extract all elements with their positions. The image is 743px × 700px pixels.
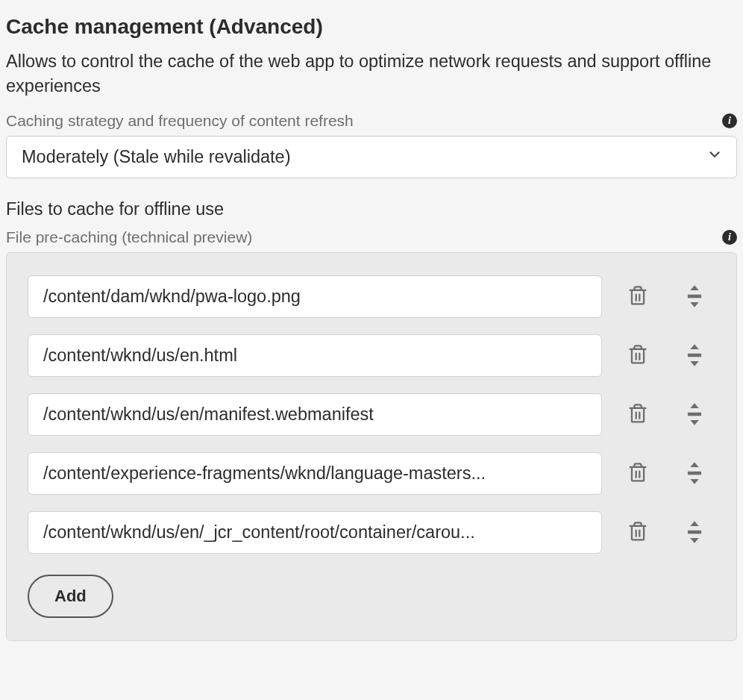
- precache-heading: Files to cache for offline use: [6, 199, 737, 219]
- add-button[interactable]: Add: [28, 575, 113, 618]
- delete-button[interactable]: [617, 400, 659, 428]
- reorder-icon: [684, 460, 705, 486]
- reorder-icon: [684, 519, 705, 545]
- delete-button[interactable]: [617, 459, 659, 487]
- chevron-down-icon: [706, 146, 723, 167]
- list-item: [28, 334, 715, 377]
- svg-rect-0: [632, 290, 644, 304]
- precache-list-container: Add: [6, 252, 737, 641]
- svg-rect-10: [688, 354, 701, 357]
- reorder-button[interactable]: [674, 341, 715, 369]
- svg-rect-28: [688, 531, 701, 534]
- section-description: Allows to control the cache of the web a…: [6, 49, 737, 99]
- trash-icon: [627, 521, 648, 543]
- delete-button[interactable]: [617, 341, 659, 369]
- list-item: [28, 452, 715, 495]
- list-item: [28, 511, 715, 554]
- file-path-input[interactable]: [28, 275, 602, 318]
- file-path-input[interactable]: [28, 334, 602, 377]
- strategy-label: Caching strategy and frequency of conten…: [6, 112, 354, 130]
- svg-marker-29: [690, 538, 698, 543]
- svg-marker-15: [690, 404, 698, 409]
- svg-marker-27: [690, 522, 698, 527]
- file-path-input[interactable]: [28, 511, 602, 554]
- svg-rect-6: [632, 349, 644, 363]
- svg-rect-18: [632, 467, 644, 481]
- file-path-input[interactable]: [28, 452, 602, 495]
- svg-marker-5: [690, 302, 698, 307]
- precache-label: File pre-caching (technical preview): [6, 228, 252, 246]
- reorder-icon: [684, 284, 705, 309]
- trash-icon: [627, 285, 648, 307]
- info-icon[interactable]: i: [722, 230, 737, 245]
- file-path-input[interactable]: [28, 393, 602, 436]
- svg-rect-4: [688, 295, 701, 299]
- list-item: [28, 275, 715, 318]
- strategy-label-row: Caching strategy and frequency of conten…: [6, 112, 737, 130]
- delete-button[interactable]: [617, 518, 659, 546]
- reorder-button[interactable]: [674, 459, 715, 487]
- reorder-icon: [684, 343, 705, 368]
- trash-icon: [627, 403, 648, 425]
- reorder-button[interactable]: [674, 282, 715, 310]
- svg-marker-17: [690, 420, 698, 425]
- trash-icon: [627, 462, 648, 484]
- delete-button[interactable]: [617, 282, 659, 310]
- svg-marker-3: [690, 286, 698, 291]
- svg-marker-11: [690, 361, 698, 366]
- svg-rect-12: [632, 408, 644, 422]
- strategy-select[interactable]: Moderately (Stale while revalidate): [6, 136, 737, 178]
- svg-marker-9: [690, 345, 698, 350]
- section-title: Cache management (Advanced): [6, 15, 737, 39]
- trash-icon: [627, 344, 648, 366]
- reorder-icon: [684, 401, 705, 427]
- precache-label-row: File pre-caching (technical preview) i: [6, 228, 737, 246]
- reorder-button[interactable]: [674, 518, 715, 546]
- list-item: [28, 393, 715, 436]
- svg-rect-16: [688, 413, 701, 416]
- info-icon[interactable]: i: [722, 113, 737, 128]
- svg-rect-22: [688, 472, 701, 475]
- svg-marker-23: [690, 479, 698, 484]
- cache-management-section: Cache management (Advanced) Allows to co…: [0, 0, 743, 656]
- svg-rect-24: [632, 526, 644, 540]
- svg-marker-21: [690, 463, 698, 468]
- reorder-button[interactable]: [674, 400, 715, 428]
- strategy-selected-value: Moderately (Stale while revalidate): [22, 147, 291, 167]
